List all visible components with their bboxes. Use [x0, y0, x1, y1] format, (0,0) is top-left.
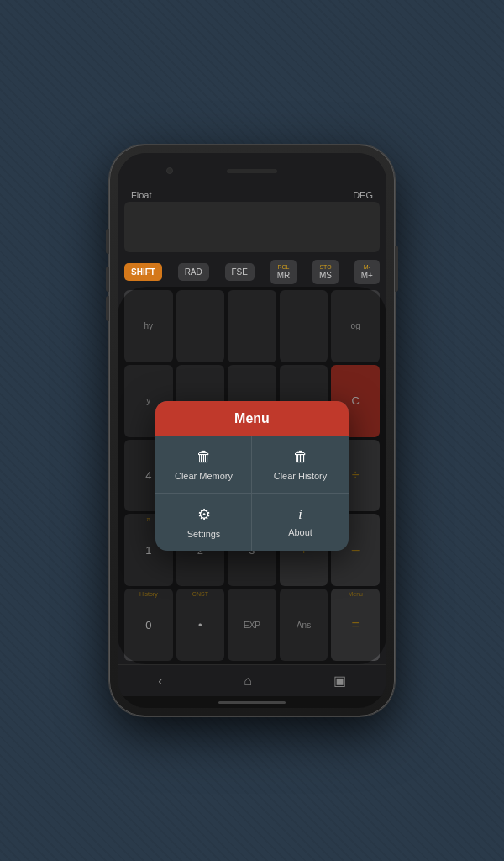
about-label: About	[288, 527, 312, 537]
clear-history-button[interactable]: 🗑 Clear History	[252, 436, 349, 493]
home-indicator-bar	[118, 696, 386, 708]
phone-frame: Float DEG SHIFT RAD FSE RCL MR STO MS M-…	[109, 145, 395, 716]
ms-sub-label: STO	[319, 264, 331, 270]
menu-title: Menu	[234, 411, 270, 425]
mplus-sub-label: M-	[364, 264, 370, 270]
fse-button[interactable]: FSE	[225, 263, 255, 281]
home-nav-icon[interactable]: ⌂	[244, 673, 252, 689]
deg-label: DEG	[353, 190, 373, 200]
clear-history-icon: 🗑	[293, 448, 308, 466]
calc-display	[124, 202, 380, 252]
bottom-navigation: ‹ ⌂ ▣	[118, 664, 386, 696]
mplus-label: M+	[361, 271, 373, 280]
float-label: Float	[131, 190, 151, 200]
phone-top-bar	[118, 153, 386, 188]
mr-label: MR	[277, 271, 291, 280]
phone-screen: Float DEG SHIFT RAD FSE RCL MR STO MS M-…	[118, 153, 386, 708]
settings-label: Settings	[187, 529, 221, 539]
home-indicator	[218, 701, 286, 704]
menu-popup: Menu 🗑 Clear Memory 🗑 Clear History	[155, 401, 349, 551]
shift-button[interactable]: SHIFT	[124, 263, 162, 281]
recent-nav-icon[interactable]: ▣	[333, 673, 346, 689]
clear-memory-label: Clear Memory	[175, 471, 233, 481]
menu-items-grid: 🗑 Clear Memory 🗑 Clear History ⚙	[155, 436, 349, 551]
settings-icon: ⚙	[197, 505, 211, 524]
calculator-keypad: hy og y C 4 e(x,y)	[118, 287, 386, 664]
memory-row: SHIFT RAD FSE RCL MR STO MS M- M+	[118, 257, 386, 287]
mr-button[interactable]: RCL MR	[270, 260, 297, 284]
calculator-screen-area: Float DEG	[118, 188, 386, 257]
menu-overlay[interactable]: Menu 🗑 Clear Memory 🗑 Clear History	[118, 287, 386, 664]
mr-sub-label: RCL	[277, 264, 289, 270]
camera-icon	[166, 167, 173, 174]
ms-label: MS	[319, 271, 332, 280]
clear-memory-icon: 🗑	[197, 448, 212, 466]
clear-history-label: Clear History	[274, 471, 328, 481]
clear-memory-button[interactable]: 🗑 Clear Memory	[155, 436, 252, 493]
mplus-button[interactable]: M- M+	[354, 260, 380, 284]
rad-button[interactable]: RAD	[178, 263, 209, 281]
menu-title-bar: Menu	[155, 401, 349, 436]
settings-button[interactable]: ⚙ Settings	[155, 494, 252, 551]
speaker-icon	[227, 169, 277, 173]
about-icon: i	[298, 507, 302, 522]
calc-top-bar: Float DEG	[118, 188, 386, 202]
about-button[interactable]: i About	[252, 494, 349, 551]
ms-button[interactable]: STO MS	[312, 260, 339, 284]
back-nav-icon[interactable]: ‹	[158, 673, 162, 689]
